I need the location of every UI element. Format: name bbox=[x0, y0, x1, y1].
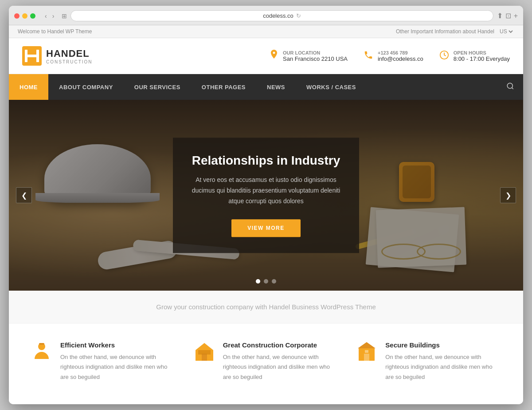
back-button[interactable]: ‹ bbox=[43, 12, 49, 20]
phone-value: info@codeless.co bbox=[378, 55, 423, 62]
nav-about[interactable]: ABOUT COMPANY bbox=[48, 74, 124, 100]
location-details: Our Location San Francisco 2210 USA bbox=[283, 50, 348, 62]
top-bar-left: Welcome to Handel WP Theme bbox=[18, 28, 92, 35]
traffic-lights bbox=[14, 13, 35, 19]
nav-news[interactable]: NEWS bbox=[256, 74, 296, 100]
feature-construction: Great Construction Corporate On the othe… bbox=[194, 341, 339, 382]
refresh-icon[interactable]: ↻ bbox=[296, 12, 301, 19]
hours-label: Open Hours bbox=[454, 50, 510, 55]
clock-icon bbox=[439, 50, 449, 62]
location-value: San Francisco 2210 USA bbox=[283, 55, 348, 62]
hero-next-arrow[interactable]: ❯ bbox=[500, 187, 516, 203]
nav-other[interactable]: OTHER PAGES bbox=[191, 74, 256, 100]
minimize-button[interactable] bbox=[22, 13, 27, 19]
workers-content: Efficient Workers On the other hand, we … bbox=[60, 341, 176, 382]
svg-line-5 bbox=[512, 88, 513, 89]
share-button[interactable]: ⬆ bbox=[497, 12, 503, 20]
add-button[interactable]: + bbox=[514, 12, 518, 20]
logo[interactable]: HANDEL CONSTRUCTION bbox=[22, 46, 93, 66]
hero-cta-button[interactable]: VIEW MORE bbox=[231, 219, 301, 237]
hero-prev-arrow[interactable]: ❮ bbox=[16, 187, 32, 203]
browser-chrome: ‹ › ⊞ codeless.co ↻ ⬆ ⊡ + bbox=[9, 6, 523, 25]
svg-marker-12 bbox=[358, 342, 376, 348]
workers-icon bbox=[31, 341, 52, 367]
hero-dot-2[interactable] bbox=[264, 279, 268, 284]
logo-name: HANDEL bbox=[46, 48, 93, 59]
nav-services[interactable]: OUR SERVICES bbox=[124, 74, 191, 100]
svg-point-4 bbox=[507, 83, 512, 89]
top-bar: Welcome to Handel WP Theme Other Importa… bbox=[9, 25, 523, 38]
construction-desc: On the other hand, we denounce with righ… bbox=[223, 352, 339, 382]
nav-home[interactable]: HOME bbox=[9, 74, 48, 100]
site-header: HANDEL CONSTRUCTION Our Location San Fra… bbox=[9, 38, 523, 74]
top-bar-right-text: Other Important Information about Handel bbox=[396, 28, 494, 35]
buildings-title: Secure Buildings bbox=[385, 341, 501, 349]
main-navigation: HOME ABOUT COMPANY OUR SERVICES OTHER PA… bbox=[9, 74, 523, 100]
phone-details: +123 456 789 info@codeless.co bbox=[378, 50, 423, 62]
logo-sub: CONSTRUCTION bbox=[46, 59, 93, 64]
features-section: Efficient Workers On the other hand, we … bbox=[9, 323, 523, 404]
buildings-content: Secure Buildings On the other hand, we d… bbox=[385, 341, 501, 382]
browser-actions: ⬆ ⊡ + bbox=[497, 12, 518, 20]
construction-content: Great Construction Corporate On the othe… bbox=[223, 341, 339, 382]
workers-title: Efficient Workers bbox=[60, 341, 176, 349]
hours-info: Open Hours 8:00 - 17:00 Everyday bbox=[439, 50, 510, 63]
construction-icon bbox=[194, 341, 215, 367]
language-selector[interactable]: US UK bbox=[498, 28, 514, 35]
logo-icon bbox=[22, 46, 42, 66]
url-text: codeless.co bbox=[263, 12, 293, 19]
buildings-icon bbox=[356, 341, 377, 367]
close-button[interactable] bbox=[14, 13, 20, 19]
maximize-button[interactable] bbox=[30, 13, 35, 19]
svg-rect-2 bbox=[36, 50, 39, 62]
forward-button[interactable]: › bbox=[50, 12, 57, 20]
hero-description: At vero eos et accusamus et iusto odio d… bbox=[191, 175, 341, 207]
header-info: Our Location San Francisco 2210 USA +123… bbox=[270, 50, 510, 63]
feature-buildings: Secure Buildings On the other hand, we d… bbox=[356, 341, 501, 382]
hours-value: 8:00 - 17:00 Everyday bbox=[454, 55, 510, 62]
svg-rect-10 bbox=[198, 350, 211, 355]
hero-title: Relationships in Industry bbox=[191, 154, 341, 168]
buildings-desc: On the other hand, we denounce with righ… bbox=[385, 352, 501, 382]
feature-workers: Efficient Workers On the other hand, we … bbox=[31, 341, 176, 382]
construction-title: Great Construction Corporate bbox=[223, 341, 339, 349]
hero-dots bbox=[256, 279, 276, 284]
new-tab-button[interactable]: ⊡ bbox=[505, 12, 511, 20]
hero-content-box: Relationships in Industry At vero eos et… bbox=[173, 138, 359, 253]
tab-icon-button[interactable]: ⊞ bbox=[62, 12, 67, 20]
svg-rect-7 bbox=[39, 343, 44, 345]
browser-nav-arrows: ‹ › bbox=[43, 12, 56, 20]
browser-window: ‹ › ⊞ codeless.co ↻ ⬆ ⊡ + Welcome to Han… bbox=[9, 6, 523, 404]
tagline-text: Grow your construction company with Hand… bbox=[156, 303, 376, 311]
svg-rect-14 bbox=[365, 350, 368, 353]
tagline-bar: Grow your construction company with Hand… bbox=[9, 291, 523, 323]
search-icon[interactable] bbox=[497, 74, 523, 100]
location-info: Our Location San Francisco 2210 USA bbox=[270, 50, 348, 63]
phone-label: +123 456 789 bbox=[378, 50, 423, 55]
location-label: Our Location bbox=[283, 50, 348, 55]
phone-icon bbox=[364, 50, 373, 62]
hours-details: Open Hours 8:00 - 17:00 Everyday bbox=[454, 50, 510, 62]
svg-rect-13 bbox=[364, 354, 369, 361]
hero-dot-3[interactable] bbox=[272, 279, 276, 284]
logo-text: HANDEL CONSTRUCTION bbox=[46, 48, 93, 64]
svg-rect-9 bbox=[202, 354, 207, 361]
nav-works[interactable]: WORKS / CASES bbox=[296, 74, 367, 100]
location-icon bbox=[270, 50, 278, 63]
address-bar[interactable]: codeless.co ↻ bbox=[70, 10, 493, 21]
hero-dot-1[interactable] bbox=[256, 279, 260, 284]
top-bar-right: Other Important Information about Handel… bbox=[396, 28, 514, 35]
workers-desc: On the other hand, we denounce with righ… bbox=[60, 352, 176, 382]
phone-info: +123 456 789 info@codeless.co bbox=[364, 50, 423, 63]
hero-section: Relationships in Industry At vero eos et… bbox=[9, 100, 523, 291]
